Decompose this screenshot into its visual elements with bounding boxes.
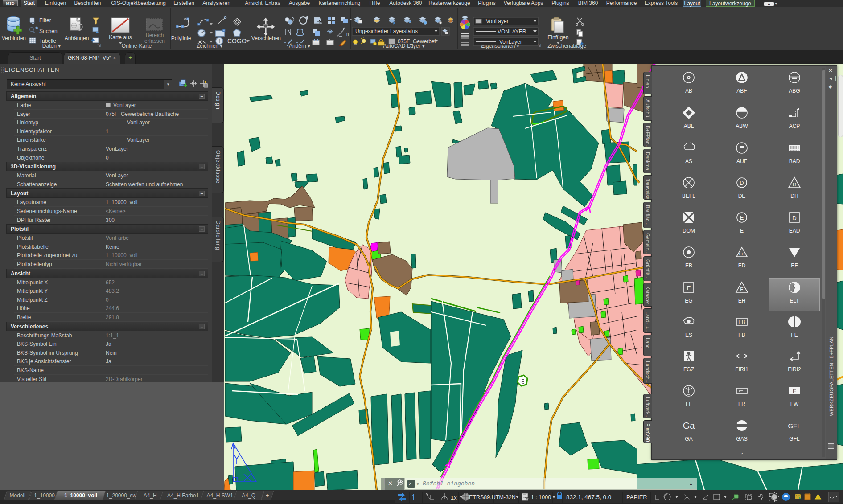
svg-text:E: E [687, 285, 691, 291]
svg-text:ED: ED [739, 252, 745, 256]
svg-text:E: E [740, 214, 744, 221]
svg-text:D: D [793, 182, 796, 187]
svg-text:FB: FB [738, 319, 745, 325]
svg-text:D: D [792, 215, 796, 221]
svg-text:F: F [793, 388, 796, 394]
svg-text:E: E [740, 287, 743, 292]
svg-text:PAPIER: PAPIER [626, 494, 647, 500]
svg-text:!: ! [818, 495, 819, 500]
svg-text:832.1, 467.5, 0.0: 832.1, 467.5, 0.0 [566, 494, 611, 500]
svg-text:GFL: GFL [788, 422, 801, 430]
svg-text:1x: 1x [451, 494, 457, 501]
svg-text:D: D [740, 180, 744, 186]
svg-text:1 : 1000: 1 : 1000 [531, 494, 551, 500]
svg-text:Ga: Ga [683, 421, 695, 430]
svg-text:ETRS89.UTM-32N: ETRS89.UTM-32N [469, 494, 516, 500]
